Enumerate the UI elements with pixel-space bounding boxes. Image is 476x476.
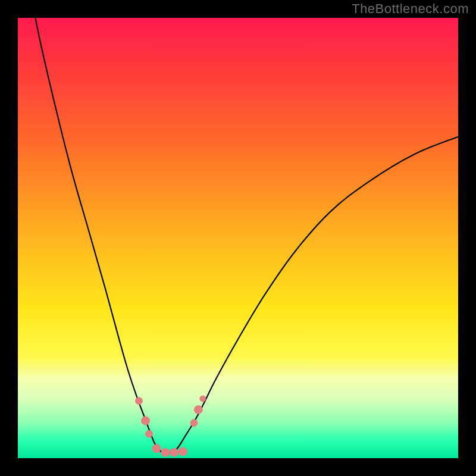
highlight-dot <box>161 448 170 456</box>
plot-area <box>18 18 458 458</box>
curve-layer <box>18 18 458 458</box>
highlight-dots <box>136 396 206 456</box>
highlight-dot <box>194 406 202 414</box>
highlight-dot <box>170 448 178 456</box>
highlight-dot <box>200 396 206 402</box>
chart-frame: TheBottleneck.com <box>0 0 476 476</box>
highlight-dot <box>146 430 153 437</box>
highlight-dot <box>190 419 198 427</box>
highlight-dot <box>152 444 161 453</box>
highlight-dot <box>136 397 143 405</box>
right-curve <box>168 137 458 454</box>
left-curve <box>31 18 167 454</box>
watermark-text: TheBottleneck.com <box>352 1 469 17</box>
highlight-dot <box>179 447 187 456</box>
highlight-dot <box>142 416 150 425</box>
